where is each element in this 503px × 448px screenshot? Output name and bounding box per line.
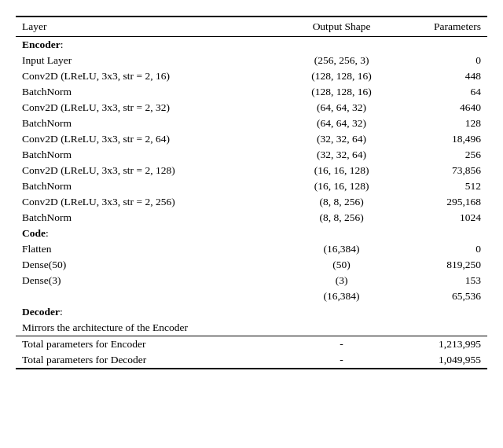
param-count: 128	[397, 116, 487, 131]
output-shape: (16,384)	[286, 241, 396, 257]
table-row: Conv2D (LReLU, 3x3, str = 2, 128)(16, 16…	[16, 163, 487, 178]
param-count: 0	[397, 241, 487, 257]
section-header-row: Code:	[16, 226, 487, 241]
table-row: BatchNorm(32, 32, 64)256	[16, 147, 487, 163]
output-shape: (50)	[286, 257, 396, 273]
param-count: 295,168	[397, 194, 487, 210]
table-header-row: Layer Output Shape Parameters	[16, 17, 487, 37]
param-count: 64	[397, 84, 487, 100]
total-params: 1,213,995	[397, 336, 487, 352]
section-header-row: Encoder:	[16, 37, 487, 53]
output-shape: (16, 16, 128)	[286, 178, 396, 194]
total-params: 1,049,955	[397, 352, 487, 369]
table-row: (16,384)65,536	[16, 288, 487, 304]
output-shape: (32, 32, 64)	[286, 147, 396, 163]
layer-name: Mirrors the architecture of the Encoder	[16, 320, 286, 336]
param-count: 256	[397, 147, 487, 163]
table-row: BatchNorm(16, 16, 128)512	[16, 178, 487, 194]
total-label: Total parameters for Encoder	[16, 336, 286, 352]
section-header-row: Decoder:	[16, 304, 487, 320]
layer-name: BatchNorm	[16, 210, 286, 226]
layer-name: Conv2D (LReLU, 3x3, str = 2, 16)	[16, 68, 286, 84]
layer-name: BatchNorm	[16, 147, 286, 163]
table-row: Conv2D (LReLU, 3x3, str = 2, 16)(128, 12…	[16, 68, 487, 84]
output-shape: (16,384)	[286, 288, 396, 304]
param-count: 819,250	[397, 257, 487, 273]
section-title: Decoder:	[16, 304, 487, 320]
output-shape: (3)	[286, 273, 396, 288]
param-count: 512	[397, 178, 487, 194]
col-header-layer: Layer	[16, 17, 286, 37]
output-shape: (64, 64, 32)	[286, 116, 396, 131]
layer-name: Conv2D (LReLU, 3x3, str = 2, 32)	[16, 100, 286, 116]
table-row: Input Layer(256, 256, 3)0	[16, 53, 487, 68]
table-row: Conv2D (LReLU, 3x3, str = 2, 64)(32, 32,…	[16, 131, 487, 147]
output-shape: (64, 64, 32)	[286, 100, 396, 116]
table-row: Dense(50)(50)819,250	[16, 257, 487, 273]
param-count: 4640	[397, 100, 487, 116]
param-count	[397, 320, 487, 336]
output-shape: (8, 8, 256)	[286, 210, 396, 226]
total-row: Total parameters for Decoder-1,049,955	[16, 352, 487, 369]
total-row: Total parameters for Encoder-1,213,995	[16, 336, 487, 352]
output-shape: (16, 16, 128)	[286, 163, 396, 178]
model-summary-container: Layer Output Shape Parameters Encoder:In…	[16, 16, 487, 369]
layer-name: Conv2D (LReLU, 3x3, str = 2, 128)	[16, 163, 286, 178]
table-row: BatchNorm(64, 64, 32)128	[16, 116, 487, 131]
layer-name: Dense(3)	[16, 273, 286, 288]
layer-name: Input Layer	[16, 53, 286, 68]
layer-name	[16, 288, 286, 304]
col-header-shape: Output Shape	[286, 17, 396, 37]
param-count: 73,856	[397, 163, 487, 178]
col-header-params: Parameters	[397, 17, 487, 37]
layer-name: Conv2D (LReLU, 3x3, str = 2, 256)	[16, 194, 286, 210]
table-row: Mirrors the architecture of the Encoder	[16, 320, 487, 336]
output-shape: (128, 128, 16)	[286, 68, 396, 84]
table-row: BatchNorm(8, 8, 256)1024	[16, 210, 487, 226]
param-count: 153	[397, 273, 487, 288]
param-count: 1024	[397, 210, 487, 226]
layer-name: Conv2D (LReLU, 3x3, str = 2, 64)	[16, 131, 286, 147]
table-row: Conv2D (LReLU, 3x3, str = 2, 32)(64, 64,…	[16, 100, 487, 116]
output-shape: (256, 256, 3)	[286, 53, 396, 68]
layer-name: Dense(50)	[16, 257, 286, 273]
param-count: 0	[397, 53, 487, 68]
param-count: 65,536	[397, 288, 487, 304]
output-shape: (8, 8, 256)	[286, 194, 396, 210]
table-row: Conv2D (LReLU, 3x3, str = 2, 256)(8, 8, …	[16, 194, 487, 210]
layer-name: BatchNorm	[16, 178, 286, 194]
total-shape: -	[286, 352, 396, 369]
total-shape: -	[286, 336, 396, 352]
section-title: Code:	[16, 226, 487, 241]
model-summary-table: Layer Output Shape Parameters Encoder:In…	[16, 16, 487, 369]
param-count: 18,496	[397, 131, 487, 147]
param-count: 448	[397, 68, 487, 84]
output-shape	[286, 320, 396, 336]
layer-name: Flatten	[16, 241, 286, 257]
layer-name: BatchNorm	[16, 116, 286, 131]
output-shape: (128, 128, 16)	[286, 84, 396, 100]
layer-name: BatchNorm	[16, 84, 286, 100]
table-row: Dense(3)(3)153	[16, 273, 487, 288]
section-title: Encoder:	[16, 37, 487, 53]
table-row: Flatten(16,384)0	[16, 241, 487, 257]
table-row: BatchNorm(128, 128, 16)64	[16, 84, 487, 100]
total-label: Total parameters for Decoder	[16, 352, 286, 369]
output-shape: (32, 32, 64)	[286, 131, 396, 147]
